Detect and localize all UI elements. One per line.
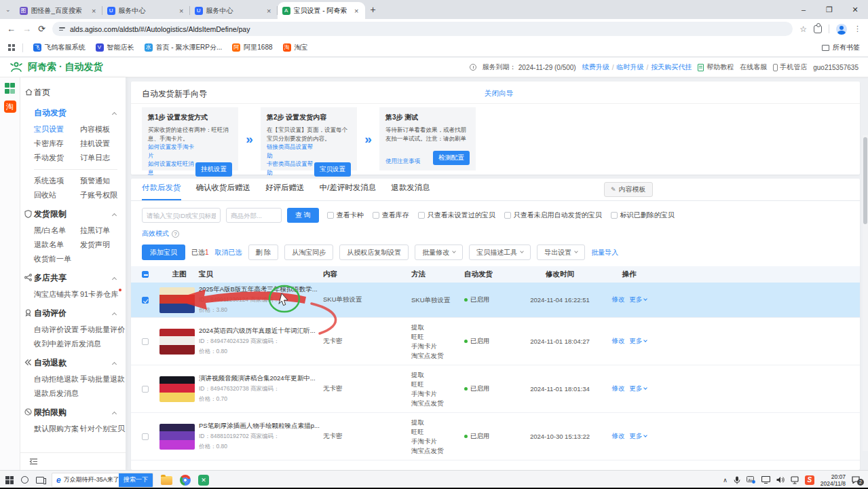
wizard-step-button[interactable]: 检测配置 bbox=[433, 151, 470, 165]
table-row[interactable]: 有效情绪价值心理学课程高情商沟通课程提取 bbox=[131, 460, 860, 470]
wizard-step-button[interactable]: 宝贝设置 bbox=[314, 162, 351, 177]
upgrade-link[interactable]: 续费升级 bbox=[582, 62, 609, 72]
sidebar-item-系统选项[interactable]: 系统选项 bbox=[34, 174, 80, 188]
browser-tab[interactable]: 图图怪兽_百度搜索× bbox=[15, 2, 102, 19]
deselect-link[interactable]: 取消已选 bbox=[215, 248, 242, 257]
window-minimize-button[interactable]: – bbox=[791, 5, 816, 14]
sidebar-item-预警通知[interactable]: 预警通知 bbox=[80, 174, 126, 188]
window-maximize-button[interactable]: ❐ bbox=[816, 5, 842, 14]
sidebar-item-针对个别宝贝[interactable]: 针对个别宝贝 bbox=[80, 422, 126, 436]
edit-link[interactable]: 修改 bbox=[612, 384, 625, 393]
site-settings-icon[interactable] bbox=[59, 27, 65, 31]
bookmark-item[interactable]: 飞飞鸽客服系统 bbox=[33, 43, 86, 52]
online-service-link[interactable]: 在线客服 bbox=[740, 62, 767, 72]
collapse-sidebar-icon[interactable] bbox=[29, 458, 38, 465]
bookmark-item[interactable]: 水首页 - 聚水潭ERP分... bbox=[145, 43, 223, 52]
more-link[interactable]: 更多 bbox=[630, 384, 647, 393]
browser-tab[interactable]: U服务中心× bbox=[190, 2, 278, 19]
sidebar-item-卡密库存[interactable]: 卡密库存 bbox=[34, 137, 80, 151]
edit-link[interactable]: 修改 bbox=[612, 432, 625, 441]
all-bookmarks[interactable]: 所有书签 bbox=[822, 43, 860, 52]
row-checkbox[interactable] bbox=[142, 338, 149, 345]
profile-avatar[interactable] bbox=[836, 24, 847, 35]
sidebar-item-91卡券仓库[interactable]: 91卡券仓库 bbox=[80, 287, 126, 302]
browser-menu-icon[interactable]: ⋮ bbox=[854, 24, 861, 33]
dropdown-批量修改[interactable]: 批量修改 bbox=[415, 244, 463, 260]
task-view-icon[interactable] bbox=[36, 477, 44, 484]
browser-tab[interactable]: A宝贝设置 - 阿奇索 · 自助发货× bbox=[278, 2, 365, 19]
news-search-widget[interactable]: e 万众期待歼-35A来了 搜索一下 bbox=[52, 473, 153, 488]
efficient-mode-link[interactable]: 高效模式 bbox=[142, 229, 169, 238]
tab-close-icon[interactable]: × bbox=[178, 7, 185, 15]
sidebar-item-挂机设置[interactable]: 挂机设置 bbox=[80, 137, 126, 151]
url-bar[interactable]: alds.agiso.com/aldstb/#/Autologistics/Al… bbox=[52, 22, 793, 36]
filter-checkbox[interactable]: 只查看未启用自动发货的宝贝 bbox=[504, 211, 602, 220]
tab-退款发消息[interactable]: 退款发消息 bbox=[391, 183, 430, 200]
select-all-checkbox[interactable] bbox=[142, 271, 149, 278]
product-title[interactable]: 2025年A版B版五年高考三年模拟语数学... bbox=[199, 285, 320, 294]
app-logo[interactable]: 阿奇索 · 自动发货 bbox=[10, 61, 102, 73]
product-title[interactable]: PS笔刷厚涂插画人物手绘颗粒噪点素描p... bbox=[199, 422, 320, 431]
wizard-help-link[interactable]: 如何设置发旺旺消息 bbox=[148, 160, 195, 177]
edit-link[interactable]: 修改 bbox=[612, 295, 625, 304]
sidebar-section-自动评价[interactable]: 自动评价 bbox=[20, 303, 126, 323]
content-template-button[interactable]: ✎ 内容模板 bbox=[604, 182, 653, 197]
sidebar-item-默认限购方案[interactable]: 默认限购方案 bbox=[34, 422, 80, 436]
sidebar-item-黑/白名单[interactable]: 黑/白名单 bbox=[34, 223, 80, 238]
close-wizard-link[interactable]: 关闭向导 bbox=[485, 89, 513, 98]
checkbox-icon[interactable] bbox=[611, 212, 618, 219]
sidebar-section-多店共享[interactable]: 多店共享 bbox=[20, 268, 126, 287]
sidebar-item-手动发货[interactable]: 手动发货 bbox=[34, 151, 80, 165]
reload-icon[interactable]: ⟳ bbox=[38, 24, 45, 34]
sidebar-section-限拍限购[interactable]: 限拍限购 bbox=[20, 402, 126, 422]
volume-icon[interactable] bbox=[776, 476, 785, 484]
sidebar-item-收货前一单[interactable]: 收货前一单 bbox=[34, 252, 80, 266]
sidebar-item-home[interactable]: 首页 bbox=[20, 83, 126, 103]
tab-中/差评时发消息[interactable]: 中/差评时发消息 bbox=[320, 183, 377, 200]
chrome-icon[interactable] bbox=[180, 475, 191, 486]
phone-shop-link[interactable]: 手机管店 bbox=[780, 62, 807, 72]
taobao-icon[interactable]: 淘 bbox=[4, 101, 16, 113]
table-row[interactable]: 演讲视频音频演讲稿合集2024年更新中...ID：849476320738 商家… bbox=[131, 365, 860, 413]
extensions-icon[interactable] bbox=[814, 25, 822, 33]
query-button[interactable]: 查 询 bbox=[287, 208, 319, 223]
page-scrollbar-thumb[interactable] bbox=[863, 137, 867, 224]
taskbar-clock[interactable]: 20:07 2024/11/8 bbox=[820, 473, 846, 487]
forward-icon[interactable]: → bbox=[22, 24, 31, 34]
sidebar-item-自动评价设置[interactable]: 自动评价设置 bbox=[34, 323, 80, 337]
product-title[interactable]: 2024英语四六级历年真题近十年词汇听... bbox=[199, 327, 320, 336]
table-row[interactable]: PS笔刷厚涂插画人物手绘颗粒噪点素描p...ID：848810192702 商家… bbox=[131, 413, 860, 460]
sidebar-section-发货限制[interactable]: 发货限制 bbox=[20, 204, 126, 223]
help-question-icon[interactable]: ? bbox=[172, 230, 179, 238]
checkbox-icon[interactable] bbox=[418, 212, 425, 219]
product-title[interactable]: 演讲视频音频演讲稿合集2024年更新中... bbox=[199, 374, 320, 383]
microphone-icon[interactable] bbox=[734, 476, 740, 484]
browser-tab[interactable]: U服务中心× bbox=[102, 2, 190, 19]
bookmark-star-icon[interactable]: ☆ bbox=[799, 24, 807, 34]
photos-tray-icon[interactable] bbox=[747, 476, 755, 484]
upgrade-link[interactable]: 按天购买代挂 bbox=[651, 62, 692, 72]
search-once-button[interactable]: 搜索一下 bbox=[119, 473, 153, 487]
window-close-button[interactable]: ✕ bbox=[842, 5, 868, 14]
checkbox-icon[interactable] bbox=[504, 212, 511, 219]
new-tab-button[interactable]: + bbox=[371, 4, 376, 15]
cast-display-icon[interactable] bbox=[761, 476, 770, 484]
sidebar-item-淘宝店铺共享[interactable]: 淘宝店铺共享 bbox=[34, 287, 80, 302]
filter-checkbox[interactable]: 查看卡种 bbox=[327, 211, 364, 220]
wizard-help-link[interactable]: 如何设置发手淘卡片 bbox=[148, 143, 195, 160]
apps-launcher-icon[interactable] bbox=[5, 83, 16, 94]
bookmark-item[interactable]: 淘淘宝 bbox=[283, 43, 308, 52]
back-icon[interactable]: ← bbox=[7, 24, 16, 34]
upgrade-link[interactable]: 临时升级 bbox=[616, 62, 643, 72]
file-explorer-icon[interactable] bbox=[161, 476, 172, 485]
edit-link[interactable]: 修改 bbox=[612, 337, 625, 346]
sidebar-item-手动批量退款[interactable]: 手动批量退款 bbox=[80, 372, 126, 386]
tab-close-icon[interactable]: × bbox=[353, 7, 360, 15]
dropdown-导出设置[interactable]: 导出设置 bbox=[537, 244, 585, 260]
tab-付款后发货[interactable]: 付款后发货 bbox=[142, 183, 181, 200]
bookmark-item[interactable]: 阿阿里1688 bbox=[232, 43, 272, 52]
wizard-help-link[interactable]: 链接类商品设置帮助 bbox=[267, 143, 314, 160]
filter-checkbox[interactable]: 标识已删除的宝贝 bbox=[611, 211, 675, 220]
row-checkbox[interactable] bbox=[142, 297, 149, 304]
sidebar-item-回收站[interactable]: 回收站 bbox=[34, 188, 80, 202]
